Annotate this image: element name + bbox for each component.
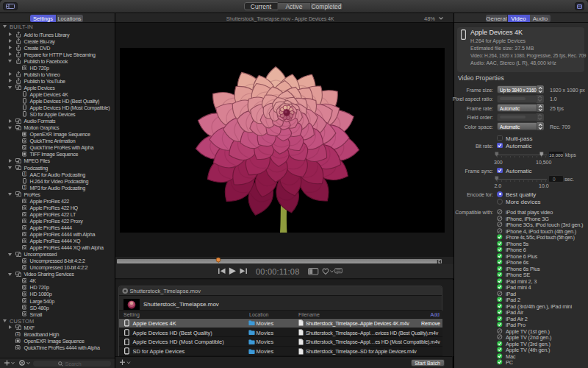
svg-text:4: 4	[17, 333, 19, 336]
svg-text:3: 3	[24, 185, 26, 189]
svg-text:4: 4	[24, 172, 26, 176]
